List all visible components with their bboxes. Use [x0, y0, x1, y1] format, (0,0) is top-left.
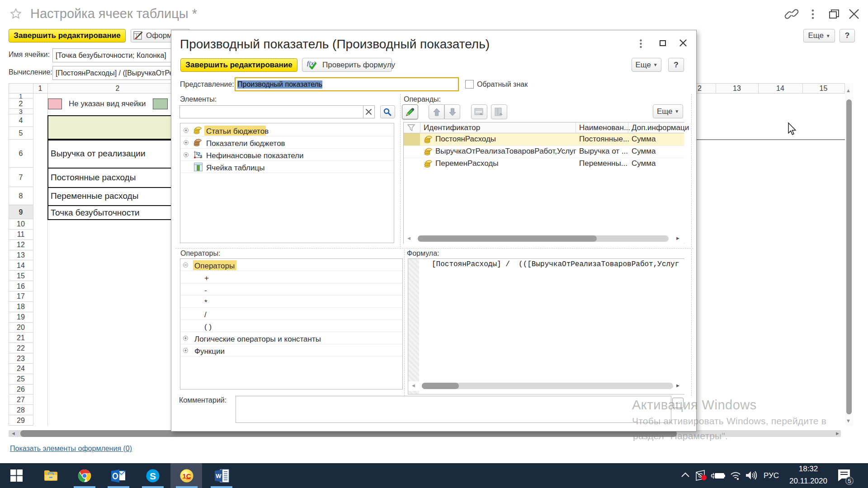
svg-text:5: 5: [848, 478, 851, 484]
svg-text:3: 3: [200, 154, 202, 159]
svg-text:W: W: [216, 473, 222, 479]
svg-text:S: S: [150, 471, 156, 481]
